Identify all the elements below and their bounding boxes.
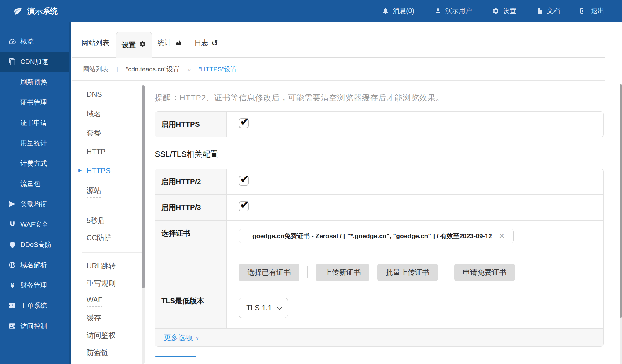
sidebar-item-traffic-package[interactable]: 流量包: [0, 174, 69, 194]
breadcrumb: 网站列表 | "cdn.teaos.cn"设置 » "HTTPS"设置: [72, 58, 605, 81]
enable-http2-row: 启用HTTP/2: [155, 169, 603, 194]
subnav-item-rewrite-rules[interactable]: 重写规则: [87, 278, 143, 296]
topbar-docs[interactable]: 文档: [536, 6, 560, 15]
page-scrollbar-thumb[interactable]: [620, 84, 622, 318]
history-icon: ↺: [211, 39, 218, 47]
sidebar-item-finance[interactable]: ¥ 财务管理: [0, 275, 69, 295]
subnav-item-origin[interactable]: 源站: [87, 186, 143, 205]
enable-https-row: 启用HTTPS: [155, 112, 603, 137]
breadcrumb-site-settings[interactable]: "cdn.teaos.cn"设置: [126, 65, 179, 73]
tab-logs[interactable]: 日志 ↺: [194, 38, 218, 57]
enable-http3-checkbox[interactable]: [239, 201, 249, 211]
https-enable-table: 启用HTTPS: [155, 111, 604, 137]
subnav-label[interactable]: 缓存: [87, 313, 101, 325]
subnav-label[interactable]: 源站: [87, 186, 101, 198]
sidebar-item-billing-method[interactable]: 计费方式: [0, 153, 69, 174]
tab-bar: 网站列表 设置 统计 日志 ↺: [72, 22, 605, 58]
subnav-item-access-auth[interactable]: 访问鉴权: [87, 330, 143, 348]
subnav-item-waf[interactable]: WAF: [87, 296, 143, 313]
tls-version-select[interactable]: TLS 1.1: [239, 298, 288, 318]
tab-settings[interactable]: 设置: [116, 32, 152, 58]
caret-down-icon: ∨: [196, 334, 199, 341]
user-icon: [434, 7, 442, 15]
tab-label: 网站列表: [81, 38, 109, 48]
topbar-user[interactable]: 演示用户: [434, 6, 472, 15]
save-button-partial[interactable]: [156, 356, 196, 357]
subnav-label[interactable]: URL跳转: [87, 261, 116, 273]
sidebar-item-refresh-preheat[interactable]: 刷新预热: [0, 72, 69, 92]
subnav-scrollbar: [142, 85, 145, 364]
ssl-tls-table: 启用HTTP/2 启用HTTP/3 选择证书 goedge.cn免费证书: [155, 169, 604, 347]
upload-new-cert-button[interactable]: 上传新证书: [316, 264, 369, 281]
sidebar-item-ddos[interactable]: DDoS高防: [0, 234, 69, 255]
tab-website-list[interactable]: 网站列表: [81, 38, 109, 57]
shield-icon: [8, 241, 16, 249]
subnav-item-hotlink-protection[interactable]: 防盗链: [87, 348, 143, 364]
bell-icon: [382, 7, 389, 15]
subnav-label[interactable]: 防盗链: [87, 348, 108, 359]
button-separator: [307, 266, 308, 278]
sidebar-item-access-control[interactable]: 访问控制: [0, 316, 69, 336]
gear-icon: [139, 41, 146, 49]
remove-cert-icon[interactable]: ✕: [499, 232, 505, 240]
row-label: 启用HTTPS: [155, 112, 227, 137]
subnav-label[interactable]: 访问鉴权: [87, 330, 116, 342]
sidebar-item-usage-stats[interactable]: 用量统计: [0, 133, 69, 153]
topbar-logout[interactable]: 退出: [580, 6, 604, 15]
sidebar-item-dns-resolve[interactable]: 域名解析: [0, 255, 69, 275]
subnav-item-dns[interactable]: DNS: [87, 90, 143, 109]
tab-statistics[interactable]: 统计: [157, 38, 182, 57]
subnav-item-cache[interactable]: 缓存: [87, 313, 143, 330]
breadcrumb-website-list[interactable]: 网站列表: [83, 65, 108, 73]
enable-http2-checkbox[interactable]: [239, 176, 249, 186]
breadcrumb-https-settings[interactable]: "HTTPS"设置: [199, 65, 237, 73]
subnav-item-domain[interactable]: 域名: [87, 109, 143, 128]
row-label: 启用HTTP/2: [155, 169, 227, 194]
subnav-item-url-redirect[interactable]: URL跳转: [87, 261, 143, 278]
subnav-label[interactable]: CC防护: [87, 233, 112, 244]
chart-icon: [174, 39, 182, 48]
enable-http3-row: 启用HTTP/3: [155, 194, 603, 220]
enable-https-checkbox[interactable]: [239, 118, 249, 128]
topbar: 演示系统 消息(0) 演示用户 设置 文档: [0, 0, 622, 22]
sidebar-item-tickets[interactable]: 工单系统: [0, 295, 69, 316]
subnav-item-plan[interactable]: 套餐: [87, 128, 143, 147]
subnav-label[interactable]: WAF: [87, 296, 102, 307]
row-label: TLS最低版本: [155, 288, 227, 328]
subnav-label[interactable]: HTTP: [87, 147, 106, 158]
more-options-link[interactable]: 更多选项: [164, 333, 193, 342]
subnav-item-https[interactable]: ▶ HTTPS: [87, 167, 143, 186]
apply-free-cert-button[interactable]: 申请免费证书: [454, 264, 515, 281]
sidebar-item-load-balancer[interactable]: 负载均衡: [0, 194, 69, 214]
subnav-item-http[interactable]: HTTP: [87, 147, 143, 167]
sidebar-item-waf[interactable]: WAF安全: [0, 214, 69, 234]
subnav-label[interactable]: DNS: [87, 90, 102, 100]
subnav-item-5s-shield[interactable]: 5秒盾: [87, 216, 143, 233]
sidebar-item-label: 用量统计: [20, 139, 47, 148]
subnav-item-cc-protection[interactable]: CC防护: [87, 233, 143, 250]
app-brand[interactable]: 演示系统: [13, 6, 58, 16]
ticket-icon: [8, 302, 16, 310]
topbar-item-label: 文档: [547, 6, 560, 15]
select-existing-cert-button[interactable]: 选择已有证书: [239, 264, 299, 281]
sidebar-item-label: 流量包: [20, 179, 40, 188]
sidebar-item-cert-manage[interactable]: 证书管理: [0, 92, 69, 113]
sidebar-item-cdn[interactable]: CDN加速: [0, 52, 69, 72]
sidebar-item-label: 计费方式: [20, 159, 47, 168]
sidebar-item-label: DDoS高防: [20, 240, 52, 249]
subnav-label[interactable]: 套餐: [87, 128, 101, 140]
settings-subnav: DNS 域名 套餐 HTTP ▶ HTTPS 源站 5秒盾 C: [72, 81, 143, 364]
gear-icon: [492, 7, 499, 15]
topbar-settings[interactable]: 设置: [492, 6, 516, 15]
subnav-label[interactable]: 5秒盾: [87, 216, 105, 227]
subnav-scrollbar-thumb[interactable]: [142, 85, 145, 288]
topbar-messages[interactable]: 消息(0): [382, 6, 414, 15]
topbar-item-label: 演示用户: [445, 6, 472, 15]
active-arrow-icon: ▶: [78, 167, 82, 173]
subnav-label[interactable]: 域名: [87, 109, 101, 121]
subnav-label[interactable]: 重写规则: [87, 278, 116, 290]
sidebar-item-overview[interactable]: 概览: [0, 31, 69, 52]
subnav-label[interactable]: HTTPS: [87, 167, 111, 177]
batch-upload-cert-button[interactable]: 批量上传证书: [377, 264, 438, 281]
sidebar-item-cert-apply[interactable]: 证书申请: [0, 113, 69, 133]
